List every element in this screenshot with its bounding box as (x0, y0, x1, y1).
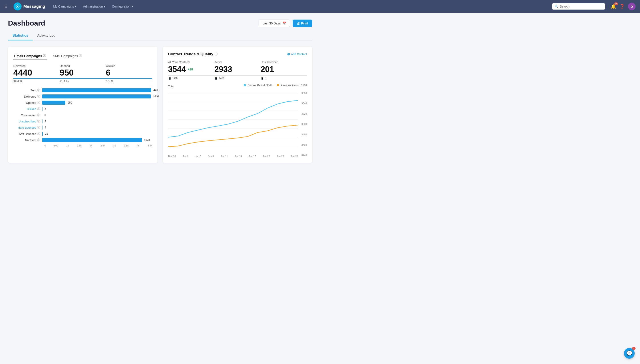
bar-value: 4 (44, 120, 46, 123)
bar-row: Complained ⓘ 0 (13, 113, 152, 117)
bar-label: Complained ⓘ (13, 113, 42, 117)
help-icon[interactable]: ❓ (619, 4, 625, 9)
logo-icon (14, 2, 22, 10)
logo-text: Messaging (23, 4, 45, 9)
calendar-icon: 📅 (282, 22, 286, 25)
chevron-down-icon: ▾ (131, 5, 133, 8)
bar-container: 950 (42, 101, 152, 105)
main-tabs: Statistics Activity Log (8, 31, 312, 40)
bar (42, 138, 142, 142)
bar-value: 4078 (143, 138, 150, 142)
bar (42, 101, 65, 105)
bar-label: Sent ⓘ (13, 88, 42, 92)
bar-value: 0 (44, 114, 46, 117)
bar-label: Opened ⓘ (13, 101, 42, 105)
axis-label: 1.5k (77, 144, 82, 147)
print-icon: 🖨 (297, 22, 300, 25)
stat-opened: Opened 950 21.4 % (60, 64, 106, 83)
bar-row: Hard Bounced ⓘ 4 (13, 126, 152, 130)
bar-row: Unsubscribed ⓘ 4 (13, 119, 152, 123)
line-chart: 3560354035203500348034603440 (168, 91, 307, 158)
panels: Email Campaigns ⓘ SMS Campaigns ⓘ Delive… (8, 47, 312, 163)
contact-divider (168, 75, 214, 76)
help-icon-bar[interactable]: ⓘ (37, 94, 40, 98)
panel-tab-email[interactable]: Email Campaigns ⓘ (13, 52, 47, 60)
bar-value: 21 (44, 132, 48, 135)
axis-label: 4k (137, 144, 140, 147)
axis-label: 1k (66, 144, 69, 147)
email-stats-row: Delivered 4440 99.4 % Opened 950 21.4 % … (13, 64, 152, 83)
stat-unsubscribed: Unsubscribed 201 📱 0 (261, 60, 307, 80)
stat-clicked: Clicked 6 0.1 % (106, 64, 152, 83)
logo[interactable]: Messaging (14, 2, 45, 10)
mobile-icon: 📱 (168, 77, 172, 80)
bar-row: Sent ⓘ 4465 (13, 88, 152, 92)
bar-value: 4465 (153, 89, 160, 92)
print-button[interactable]: 🖨 Print (293, 20, 312, 27)
navbar: ⠿ Messaging My Campaigns ▾ Administratio… (0, 0, 640, 13)
stat-all-contacts: All Your Contacts 3544 +28 📱 1439 (168, 60, 214, 80)
nav-my-campaigns[interactable]: My Campaigns ▾ (51, 3, 79, 10)
contact-title: Contact Trends & Quality ⓘ (168, 52, 218, 56)
date-range-button[interactable]: Last 30 Days 📅 (259, 20, 290, 27)
bar-container: 4 (42, 119, 152, 123)
help-icon-bar[interactable]: ⓘ (37, 138, 40, 142)
grid-icon[interactable]: ⠿ (5, 4, 7, 9)
x-label: Jan 26 (291, 155, 298, 158)
help-icon-bar[interactable]: ⓘ (37, 101, 40, 105)
y-label: 3520 (299, 112, 307, 115)
avatar[interactable]: D (628, 3, 635, 10)
help-icon-email[interactable]: ⓘ (43, 54, 46, 58)
x-label: Dec 30 (168, 155, 176, 158)
axis-label: 3.5k (124, 144, 129, 147)
axis-label: 3k (113, 144, 116, 147)
mobile-icon: 📱 (261, 77, 264, 80)
help-icon-bar[interactable]: ⓘ (37, 132, 40, 136)
chat-bubble-button[interactable]: 💬 1 (624, 348, 635, 359)
tab-activity-log[interactable]: Activity Log (33, 31, 60, 40)
bar-chart: Sent ⓘ 4465 Delivered ⓘ 4440 Opened ⓘ 95… (13, 88, 152, 142)
bar-value: 4440 (152, 95, 159, 98)
bar-empty (42, 113, 152, 117)
panel-tab-sms[interactable]: SMS Campaigns ⓘ (52, 52, 83, 60)
stat-divider (60, 78, 106, 79)
nav-links: My Campaigns ▾ Administration ▾ Configur… (51, 3, 547, 10)
x-label: Jan 5 (195, 155, 201, 158)
x-label: Jan 23 (277, 155, 284, 158)
tab-statistics[interactable]: Statistics (8, 31, 33, 40)
bar-container: 0 (42, 113, 152, 117)
nav-icons: 🔔 9+ ❓ D (611, 3, 635, 10)
nav-configuration[interactable]: Configuration ▾ (109, 3, 135, 10)
email-campaigns-panel: Email Campaigns ⓘ SMS Campaigns ⓘ Delive… (8, 47, 158, 163)
header-actions: Last 30 Days 📅 🖨 Print (259, 20, 312, 27)
bar-label: Hard Bounced ⓘ (13, 126, 42, 130)
mobile-icon: 📱 (214, 77, 218, 80)
notification-bell[interactable]: 🔔 9+ (611, 4, 616, 9)
help-icon-contact[interactable]: ⓘ (215, 52, 218, 56)
help-icon-bar[interactable]: ⓘ (37, 119, 40, 123)
contact-header: Contact Trends & Quality ⓘ ⊕ Add Contact (168, 52, 307, 56)
help-icon-bar[interactable]: ⓘ (37, 88, 40, 92)
legend-previous: Previous Period: 3516 (277, 84, 307, 87)
help-icon-bar[interactable]: ⓘ (37, 107, 40, 111)
search-icon: 🔍 (555, 5, 558, 8)
help-icon-bar[interactable]: ⓘ (37, 113, 40, 117)
help-icon-sms[interactable]: ⓘ (79, 54, 82, 58)
add-contact-button[interactable]: ⊕ Add Contact (287, 52, 307, 56)
search-box[interactable]: 🔍 (552, 3, 605, 10)
panel-tabs: Email Campaigns ⓘ SMS Campaigns ⓘ (13, 52, 152, 60)
page-header: Dashboard Last 30 Days 📅 🖨 Print (8, 19, 312, 27)
search-input[interactable] (560, 5, 603, 8)
date-range-label: Last 30 Days (262, 22, 281, 25)
axis-label: 500 (54, 144, 58, 147)
x-label: Jan 11 (221, 155, 228, 158)
contact-divider (261, 75, 307, 76)
bar-label: Unsubscribed ⓘ (13, 119, 42, 123)
x-label: Jan 8 (208, 155, 214, 158)
bar-label: Not Sent ⓘ (13, 138, 42, 142)
help-icon-bar[interactable]: ⓘ (37, 126, 40, 130)
stat-divider (106, 78, 152, 79)
bar (42, 88, 151, 92)
nav-administration[interactable]: Administration ▾ (81, 3, 108, 10)
stat-delivered: Delivered 4440 99.4 % (13, 64, 60, 83)
